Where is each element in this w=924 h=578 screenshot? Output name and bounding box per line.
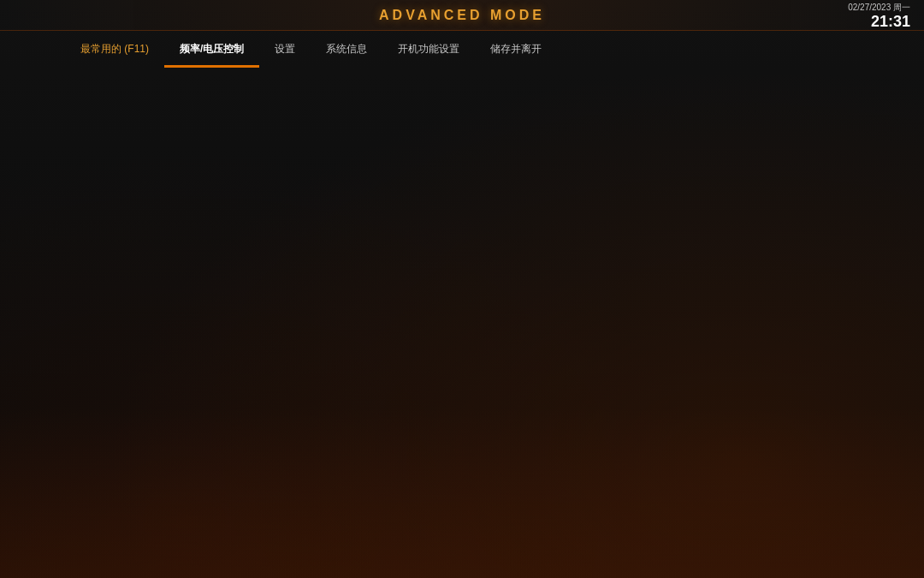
nav-item-save-exit[interactable]: 储存并离开 (475, 30, 557, 68)
nav-item-sysinfo[interactable]: 系统信息 (311, 30, 382, 68)
header-title: ADVANCED MODE (379, 8, 545, 23)
main-container: ADVANCED MODE 02/27/2023 周一 21:31 AORUS … (0, 0, 924, 578)
datetime: 02/27/2023 周一 21:31 (848, 1, 910, 29)
date: 02/27/2023 周一 (848, 1, 910, 13)
nav-item-freq-voltage[interactable]: 频率/电压控制 (164, 30, 259, 68)
time: 21:31 (871, 12, 910, 29)
nav-item-favorites[interactable]: 最常用的 (F11) (65, 30, 164, 68)
nav-item-settings[interactable]: 设置 (259, 30, 311, 68)
nav-item-boot[interactable]: 开机功能设置 (382, 30, 475, 68)
top-header: ADVANCED MODE 02/27/2023 周一 21:31 (0, 0, 924, 31)
bg-deco (0, 407, 924, 578)
